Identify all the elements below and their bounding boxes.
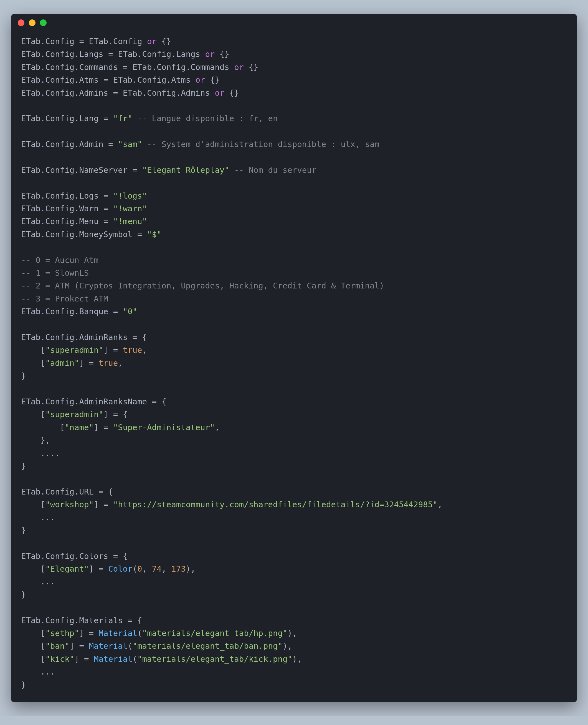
code-token: , [215,423,219,432]
code-line: ETab.Config.Materials = { [21,614,567,627]
code-line [21,318,567,331]
code-line: ETab.Config.Menu = "!menu" [21,215,567,228]
code-line: } [21,524,567,537]
code-token: { [157,397,166,406]
code-token: ... [21,577,55,586]
code-token: "$" [147,230,162,239]
code-token: "0" [123,307,137,316]
code-token: ETab.Config.Admins [118,88,215,98]
code-token: ETab.Config.Logs [21,191,103,200]
code-line: ETab.Config.Logs = "!logs" [21,189,567,202]
code-line: .... [21,447,567,460]
code-token: ] [70,641,79,651]
code-token: = [103,500,108,509]
code-line [21,125,567,138]
code-line [21,472,567,485]
code-token [108,191,113,200]
code-token: ETab.Config.AdminRanks [21,333,132,342]
code-line [21,382,567,395]
code-token: "!warn" [113,204,147,213]
code-token: {} [244,62,258,72]
code-token: "!logs" [113,191,147,200]
code-line: ETab.Config.MoneySymbol = "$" [21,228,567,241]
code-token: ETab.Config.Colors [21,551,113,561]
code-token: -- Nom du serveur [234,165,316,175]
code-token: "superadmin" [45,410,103,419]
code-token: = [108,49,113,59]
code-line: ["name"] = "Super-Administateur", [21,421,567,434]
code-token: "admin" [45,358,79,368]
code-token: [ [21,500,45,509]
code-token: "https://steamcommunity.com/sharedfiles/… [113,500,438,509]
code-token [142,140,147,149]
code-token [229,165,234,175]
code-line [21,537,567,550]
code-line [21,601,567,614]
code-line: }, [21,434,567,447]
code-token: ETab.Config.Menu [21,217,103,226]
code-line: ETab.Config.AdminRanks = { [21,331,567,344]
code-token [103,564,108,574]
code-token [108,204,113,213]
code-token [108,114,113,123]
code-line: ["superadmin"] = true, [21,344,567,356]
code-token: "materials/elegant_tab/hp.png" [142,628,288,638]
code-token: = [128,616,132,625]
window-titlebar [11,14,577,29]
code-token: ETab.Config.Materials [21,616,128,625]
close-icon[interactable] [18,19,24,26]
code-token: ] [103,410,113,419]
code-line: ETab.Config.Langs = ETab.Config.Langs or… [21,48,567,61]
code-token: ETab.Config.URL [21,487,99,496]
code-token: ( [132,654,137,664]
code-token [118,345,123,355]
code-content: ETab.Config = ETab.Config or {}ETab.Conf… [11,29,577,702]
code-token: , [142,564,152,574]
code-token: = [103,114,108,123]
minimize-icon[interactable] [29,19,36,26]
code-token: } [21,461,26,471]
code-token: ( [128,641,132,651]
code-token: , [142,345,147,355]
code-token: ), [186,564,195,574]
code-token: { [137,333,147,342]
zoom-icon[interactable] [40,19,47,26]
code-token: = [89,358,93,368]
code-token: ] [94,500,103,509]
code-token: 0 [137,564,142,574]
code-token: ETab.Config.Langs [21,49,108,59]
code-line: ETab.Config.Admins = ETab.Config.Admins … [21,87,567,99]
code-line: ETab.Config = ETab.Config or {} [21,35,567,48]
code-token: } [21,371,26,381]
code-token: } [21,590,26,599]
code-line: ... [21,665,567,678]
code-token: } [21,526,26,535]
code-token: -- 2 = ATM (Cryptos Integration, Upgrade… [21,281,384,291]
code-token [132,114,137,123]
code-token: ] [79,358,89,368]
code-token: "fr" [113,114,132,123]
code-token: -- 0 = Aucun Atm [21,255,99,265]
code-token: [ [21,628,45,638]
code-token: ETab.Config.Commands [21,62,123,72]
code-line: } [21,678,567,691]
code-token: "Super-Administateur" [113,423,215,432]
code-line: -- 2 = ATM (Cryptos Integration, Upgrade… [21,279,567,292]
code-token [108,423,113,432]
code-token: ), [287,628,297,638]
code-token: ETab.Config.Warn [21,204,103,213]
code-line: ETab.Config.URL = { [21,485,567,498]
code-token: or [147,37,157,46]
code-line [21,176,567,189]
code-line: } [21,460,567,472]
code-line: ["workshop"] = "https://steamcommunity.c… [21,498,567,511]
code-token: Material [99,628,137,638]
code-token: { [118,551,128,561]
code-line: ["admin"] = true, [21,357,567,369]
code-line: ["superadmin"] = { [21,408,567,421]
code-token: ETab.Config.Admin [21,140,108,149]
code-line: ETab.Config.AdminRanksName = { [21,395,567,408]
code-token: ETab.Config.Atms [108,75,195,85]
code-token: , [118,358,123,368]
code-token: {} [205,75,219,85]
